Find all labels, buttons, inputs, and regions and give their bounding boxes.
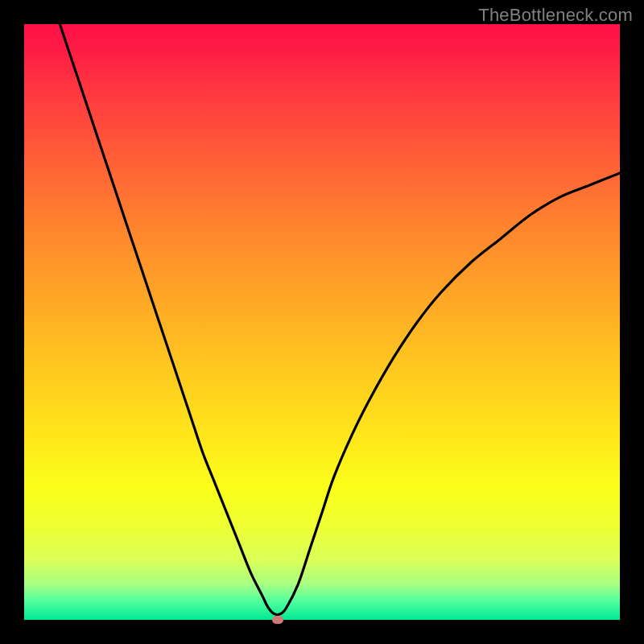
chart-container: TheBottleneck.com bbox=[0, 0, 644, 644]
watermark-text: TheBottleneck.com bbox=[478, 5, 633, 26]
plot-inner bbox=[24, 24, 620, 620]
curve-path bbox=[60, 24, 620, 615]
bottleneck-curve bbox=[24, 24, 620, 620]
plot-frame bbox=[24, 24, 620, 620]
minimum-marker bbox=[272, 616, 283, 624]
